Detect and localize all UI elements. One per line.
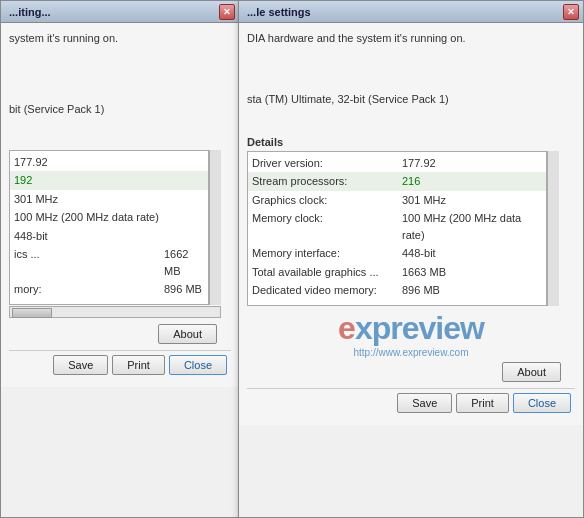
- right-close-button[interactable]: ✕: [563, 4, 579, 20]
- left-window: ...iting... ✕ system it's running on. bi…: [0, 0, 240, 518]
- right-title-bar: ...le settings ✕: [239, 1, 583, 23]
- left-scrollbar[interactable]: [209, 150, 221, 305]
- left-details-section: 177.92 192 301 MHz 100 MHz (200 MHz data…: [9, 150, 231, 318]
- right-details-label: Details: [247, 136, 575, 148]
- left-window-title: ...iting...: [9, 6, 219, 18]
- table-row: Total available graphics ... 1663 MB: [248, 263, 546, 282]
- right-about-row: About: [247, 362, 561, 382]
- right-window: ...le settings ✕ DIA hardware and the sy…: [238, 0, 584, 518]
- right-save-button[interactable]: Save: [397, 393, 452, 413]
- table-row: 448-bit: [10, 227, 208, 246]
- table-row: System video memory: 0 MB: [248, 300, 546, 306]
- watermark: expreview http://www.expreview.com: [247, 310, 575, 358]
- table-row: Dedicated video memory: 896 MB: [248, 281, 546, 300]
- table-row: Driver version: 177.92: [248, 154, 546, 173]
- watermark-logo: expreview: [338, 310, 484, 347]
- left-bottom-buttons: Save Print Close: [9, 350, 231, 379]
- right-about-button[interactable]: About: [502, 362, 561, 382]
- table-row: ics ... 1662 MB: [10, 245, 208, 280]
- watermark-url: http://www.expreview.com: [353, 347, 468, 358]
- table-row: Memory interface: 448-bit: [248, 244, 546, 263]
- left-save-button[interactable]: Save: [53, 355, 108, 375]
- table-row: Memory clock: 100 MHz (200 MHz data rate…: [248, 209, 546, 244]
- right-window-title: ...le settings: [247, 6, 563, 18]
- left-os-info: bit (Service Pack 1): [9, 102, 231, 117]
- table-row: Stream processors: 216: [248, 172, 546, 191]
- left-window-content: system it's running on. bit (Service Pac…: [1, 23, 239, 387]
- right-os-info: sta (TM) Ultimate, 32-bit (Service Pack …: [247, 92, 575, 107]
- right-close-dialog-button[interactable]: Close: [513, 393, 571, 413]
- left-about-row: About: [9, 324, 231, 344]
- table-row: 100 MHz (200 MHz data rate): [10, 208, 208, 227]
- table-row: mory: 896 MB: [10, 280, 208, 299]
- table-row: 177.92: [10, 153, 208, 172]
- left-horiz-scrollbar[interactable]: [9, 306, 221, 318]
- right-details-list-container: Driver version: 177.92 Stream processors…: [247, 151, 575, 306]
- left-description: system it's running on.: [9, 31, 231, 46]
- table-row: Graphics clock: 301 MHz: [248, 191, 546, 210]
- table-row: 192: [10, 171, 208, 190]
- left-close-button[interactable]: ✕: [219, 4, 235, 20]
- right-details-section: Details Driver version: 177.92 Stream pr…: [247, 136, 575, 306]
- left-details-list[interactable]: 177.92 192 301 MHz 100 MHz (200 MHz data…: [9, 150, 209, 305]
- left-close-dialog-button[interactable]: Close: [169, 355, 227, 375]
- right-bottom-buttons: Save Print Close: [247, 388, 575, 417]
- right-details-list[interactable]: Driver version: 177.92 Stream processors…: [247, 151, 547, 306]
- right-print-button[interactable]: Print: [456, 393, 509, 413]
- left-print-button[interactable]: Print: [112, 355, 165, 375]
- left-about-button[interactable]: About: [158, 324, 217, 344]
- left-title-bar: ...iting... ✕: [1, 1, 239, 23]
- left-horiz-thumb: [12, 308, 52, 318]
- right-scrollbar[interactable]: [547, 151, 559, 306]
- left-details-list-container: 177.92 192 301 MHz 100 MHz (200 MHz data…: [9, 150, 231, 305]
- watermark-area: expreview http://www.expreview.com: [247, 310, 575, 358]
- table-row: 301 MHz: [10, 190, 208, 209]
- table-row: y: 0 MB: [10, 299, 208, 305]
- right-description: DIA hardware and the system it's running…: [247, 31, 575, 46]
- right-window-content: DIA hardware and the system it's running…: [239, 23, 583, 425]
